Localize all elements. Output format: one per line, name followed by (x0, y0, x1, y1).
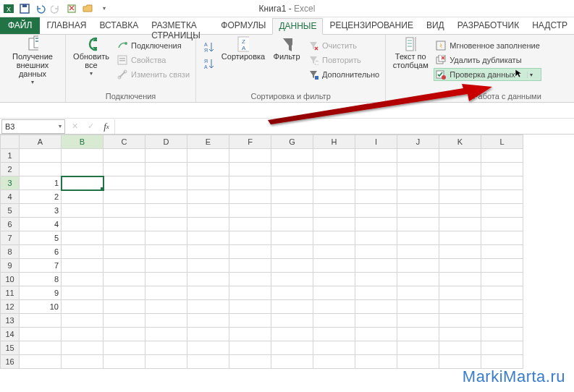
tab-insert[interactable]: ВСТАВКА (93, 17, 145, 34)
cell[interactable] (313, 328, 355, 341)
cell[interactable] (62, 204, 104, 218)
cell[interactable] (187, 286, 229, 300)
sort-desc-button[interactable]: ЯА (201, 56, 216, 72)
row-header[interactable]: 15 (1, 341, 20, 355)
cell[interactable] (481, 176, 523, 190)
cell[interactable] (313, 273, 355, 286)
cell[interactable] (355, 218, 397, 231)
cell[interactable] (229, 300, 271, 314)
enter-formula-button[interactable]: ✓ (83, 119, 98, 134)
cell[interactable] (187, 341, 229, 355)
get-external-data-button[interactable]: Получение внешних данных ▾ (4, 38, 61, 86)
cell[interactable] (229, 190, 271, 204)
row-header[interactable]: 4 (1, 190, 20, 204)
cell[interactable] (481, 300, 523, 314)
cell[interactable] (145, 286, 187, 300)
cell[interactable] (62, 286, 104, 300)
cell[interactable] (397, 300, 439, 314)
cell[interactable] (145, 231, 187, 245)
cell[interactable] (104, 176, 145, 190)
row-header[interactable]: 7 (1, 231, 20, 245)
column-header[interactable]: C (104, 135, 145, 149)
tab-review[interactable]: РЕЦЕНЗИРОВАНИЕ (323, 17, 419, 34)
grid[interactable]: ABCDEFGHIJKL 123142536475869710811912101… (0, 135, 523, 369)
cell[interactable] (145, 204, 187, 218)
redo-icon[interactable] (49, 1, 64, 16)
cell[interactable] (271, 176, 313, 190)
cell[interactable] (187, 163, 229, 176)
cell[interactable] (271, 286, 313, 300)
flash-fill-button[interactable]: Мгновенное заполнение (434, 39, 541, 52)
cell[interactable] (187, 300, 229, 314)
tab-formulas[interactable]: ФОРМУЛЫ (214, 17, 272, 34)
cell[interactable] (439, 314, 481, 328)
cell[interactable] (145, 328, 187, 341)
cell[interactable] (62, 190, 104, 204)
cell[interactable] (187, 204, 229, 218)
cell[interactable] (229, 259, 271, 273)
cell[interactable] (229, 231, 271, 245)
cell[interactable] (397, 231, 439, 245)
cell[interactable] (439, 204, 481, 218)
row-header[interactable]: 14 (1, 328, 20, 341)
cell[interactable] (229, 163, 271, 176)
cell[interactable] (313, 163, 355, 176)
cell[interactable] (187, 245, 229, 259)
cell[interactable] (104, 355, 145, 369)
row-header[interactable]: 16 (1, 355, 20, 369)
cell[interactable] (187, 259, 229, 273)
cell[interactable] (271, 163, 313, 176)
cell[interactable] (104, 273, 145, 286)
cell[interactable] (313, 149, 355, 163)
cell[interactable] (439, 300, 481, 314)
tab-home[interactable]: ГЛАВНАЯ (40, 17, 93, 34)
cell[interactable] (313, 190, 355, 204)
cell[interactable] (271, 149, 313, 163)
cell[interactable] (62, 176, 104, 190)
advanced-filter-button[interactable]: Дополнительно (306, 68, 381, 81)
column-header[interactable]: F (229, 135, 271, 149)
cell[interactable] (439, 286, 481, 300)
cell[interactable] (313, 355, 355, 369)
cell[interactable] (397, 176, 439, 190)
cell[interactable] (62, 300, 104, 314)
cell[interactable] (20, 314, 62, 328)
cell[interactable] (439, 163, 481, 176)
cell[interactable] (397, 149, 439, 163)
cell[interactable] (229, 328, 271, 341)
cell[interactable] (313, 300, 355, 314)
cell[interactable] (229, 273, 271, 286)
cell[interactable] (439, 259, 481, 273)
cell[interactable] (20, 149, 62, 163)
cell[interactable] (481, 286, 523, 300)
row-header[interactable]: 12 (1, 300, 20, 314)
cell[interactable] (271, 328, 313, 341)
text-to-columns-button[interactable]: Текст по столбцам (390, 38, 431, 69)
cell[interactable]: 8 (20, 273, 62, 286)
insert-function-button[interactable]: fx (98, 119, 114, 134)
cell[interactable] (62, 328, 104, 341)
cell[interactable] (439, 149, 481, 163)
cell[interactable] (20, 355, 62, 369)
cell[interactable] (397, 355, 439, 369)
cell[interactable] (439, 341, 481, 355)
cell[interactable] (313, 286, 355, 300)
cell[interactable] (229, 314, 271, 328)
sort-button[interactable]: ZAAZ Сортировка (219, 38, 267, 61)
cell[interactable] (439, 190, 481, 204)
cell[interactable] (313, 176, 355, 190)
cell[interactable] (271, 341, 313, 355)
cell[interactable] (104, 328, 145, 341)
cell[interactable] (104, 218, 145, 231)
cell[interactable] (271, 259, 313, 273)
cell[interactable] (481, 190, 523, 204)
cell[interactable]: 10 (20, 300, 62, 314)
cell[interactable] (104, 259, 145, 273)
cell[interactable] (313, 231, 355, 245)
cell[interactable] (145, 149, 187, 163)
row-header[interactable]: 5 (1, 204, 20, 218)
cell[interactable] (62, 149, 104, 163)
cell[interactable] (187, 149, 229, 163)
cell[interactable] (481, 149, 523, 163)
reapply-button[interactable]: Повторить (306, 54, 381, 67)
